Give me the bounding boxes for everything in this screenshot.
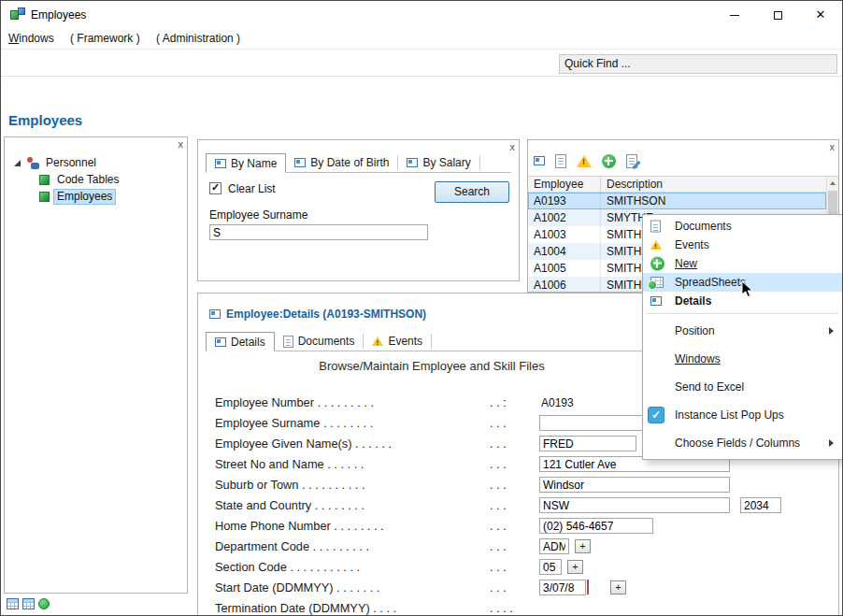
window-icon <box>215 337 226 347</box>
maximize-icon <box>774 11 782 20</box>
details-icon[interactable] <box>534 156 545 165</box>
tab-by-date-of-birth[interactable]: By Date of Birth <box>286 155 398 170</box>
given-names-field[interactable] <box>539 436 636 451</box>
department-field[interactable] <box>539 538 569 554</box>
panel-close-icon[interactable]: x <box>830 141 836 152</box>
tree-node-label: Personnel <box>43 156 99 170</box>
menu-administration[interactable]: ( Administration ) <box>156 29 240 49</box>
context-item-events[interactable]: Events <box>643 236 842 254</box>
state-field[interactable] <box>539 497 730 513</box>
scroll-up-button[interactable] <box>827 177 838 190</box>
calendar-picker-icon[interactable] <box>587 580 589 595</box>
search-button[interactable]: Search <box>435 181 509 203</box>
navigation-tree-panel: x Personnel Code Tables Employees <box>4 136 188 594</box>
start-date-field[interactable] <box>539 580 586 595</box>
field-dots: . . . <box>490 416 507 430</box>
context-item-new[interactable]: New <box>643 254 842 273</box>
tab-by-salary[interactable]: By Salary <box>398 155 479 170</box>
field-label: State and Country . . . . . . . . <box>215 498 364 512</box>
tab-label: By Date of Birth <box>310 156 389 169</box>
context-item-position[interactable]: Position <box>643 317 842 345</box>
documents-icon[interactable] <box>555 154 566 168</box>
context-item-windows[interactable]: Windows <box>643 345 842 373</box>
field-dots: . . . <box>490 580 507 595</box>
check-icon: ✓ <box>211 181 220 193</box>
column-header-employee[interactable]: Employee <box>528 177 601 192</box>
app-window: Employees ✕ Windows ( Framework ) ( Admi… <box>0 0 843 616</box>
tab-details[interactable]: Details <box>206 332 275 351</box>
tree-node-code-tables[interactable]: Code Tables <box>5 171 187 188</box>
form-row-phone: Home Phone Number . . . . . . . . . . . <box>198 516 838 537</box>
start-date-prompt-button[interactable]: + <box>610 580 626 595</box>
panel-close-icon[interactable]: x <box>510 141 516 152</box>
menu-bar: Windows ( Framework ) ( Administration ) <box>1 29 842 50</box>
column-header-description[interactable]: Description <box>601 177 826 192</box>
checked-icon: ✓ <box>648 407 664 423</box>
field-label: Employee Given Name(s) . . . . . . <box>215 437 392 451</box>
phone-field[interactable] <box>539 518 653 534</box>
context-item-label: Windows <box>675 352 721 365</box>
tree-node-personnel[interactable]: Personnel <box>5 154 187 171</box>
field-dots: . . . <box>490 498 507 512</box>
page-title: Employees <box>8 112 82 128</box>
tab-label: Details <box>231 336 265 349</box>
employee-number-value: A0193 <box>541 396 574 409</box>
calendar-view-icon[interactable] <box>22 598 35 609</box>
code-tables-icon <box>39 175 50 185</box>
details-window-icon <box>209 309 221 319</box>
context-item-choose-fields-columns[interactable]: Choose Fields / Columns <box>643 429 842 457</box>
employees-icon <box>39 192 50 202</box>
context-item-documents[interactable]: Documents <box>643 217 842 236</box>
new-icon <box>650 257 664 271</box>
context-item-label: SpreadSheets <box>675 276 746 289</box>
department-prompt-button[interactable]: + <box>575 539 591 553</box>
close-button[interactable]: ✕ <box>799 1 842 29</box>
clear-list-checkbox[interactable]: ✓ <box>209 182 221 194</box>
menu-framework[interactable]: ( Framework ) <box>70 29 140 49</box>
postcode-field[interactable] <box>740 497 781 513</box>
field-dots: . . . <box>490 457 507 471</box>
window-icon <box>407 158 418 167</box>
form-row-start-date: Start Date (DDMMYY) . . . . . . . . . . … <box>198 578 838 598</box>
app-icon <box>10 7 25 22</box>
new-icon[interactable] <box>602 154 616 168</box>
context-item-label: Documents <box>675 220 732 233</box>
tab-documents[interactable]: Documents <box>275 334 364 349</box>
cell-employee: A1004 <box>528 243 601 260</box>
menu-windows[interactable]: Windows <box>8 29 54 49</box>
personnel-icon <box>26 157 39 169</box>
minimize-icon <box>730 15 739 16</box>
globe-icon[interactable] <box>38 598 50 609</box>
context-item-label: Send to Excel <box>675 380 744 394</box>
context-item-send-to-excel[interactable]: Send to Excel <box>643 373 842 401</box>
context-item-label: Details <box>675 294 711 308</box>
document-icon <box>283 336 293 348</box>
instance-toolbar <box>534 152 637 169</box>
tab-events[interactable]: Events <box>364 334 432 349</box>
minimize-button[interactable] <box>713 1 756 29</box>
section-prompt-button[interactable]: + <box>567 560 583 574</box>
field-label: Suburb or Town . . . . . . . . . . <box>215 478 365 492</box>
filter-tabstrip: By Name By Date of Birth By Salary <box>206 153 511 173</box>
section-field[interactable] <box>539 559 562 575</box>
quick-find-input[interactable]: Quick Find ... <box>559 54 837 74</box>
title-bar: Employees ✕ <box>1 1 842 29</box>
table-row-selected[interactable]: A0193 SMITHSON <box>528 193 826 209</box>
context-item-instance-list-popups[interactable]: ✓ Instance List Pop Ups <box>643 401 842 429</box>
tab-label: By Salary <box>422 156 470 169</box>
panel-close-icon[interactable]: x <box>179 138 184 150</box>
expander-icon[interactable] <box>14 160 21 166</box>
events-warning-icon[interactable] <box>577 155 592 167</box>
field-dots: . . . <box>490 560 507 574</box>
surname-input[interactable] <box>209 224 428 240</box>
tree-node-employees[interactable]: Employees <box>5 188 187 205</box>
table-view-icon[interactable] <box>7 598 19 609</box>
field-label: Employee Number . . . . . . . . . <box>215 395 374 409</box>
field-dots: . . . <box>490 478 507 492</box>
filter-panel: x By Name By Date of Birth By Salary ✓ C… <box>197 139 520 281</box>
suburb-field[interactable] <box>539 477 730 493</box>
edit-document-icon[interactable] <box>626 154 637 168</box>
maximize-button[interactable] <box>756 1 799 29</box>
tree-node-label: Code Tables <box>54 173 122 187</box>
tab-by-name[interactable]: By Name <box>206 153 286 173</box>
